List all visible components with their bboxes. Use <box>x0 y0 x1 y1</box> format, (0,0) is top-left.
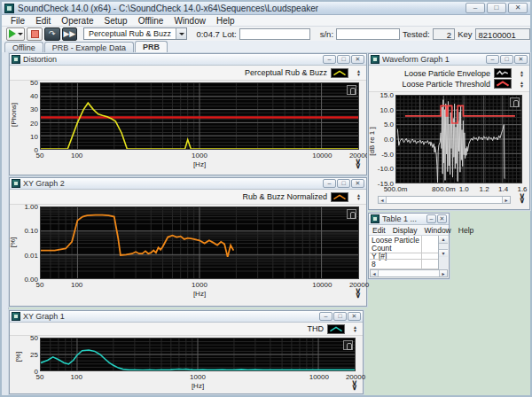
scrollbar-thumb[interactable] <box>379 270 439 276</box>
close-button[interactable]: ✕ <box>437 214 447 223</box>
waveform-plot[interactable] <box>395 95 522 183</box>
loop-button[interactable]: ↷ <box>44 27 60 41</box>
scroll-left-icon[interactable]: ◂ <box>379 197 387 203</box>
table-menu-window[interactable]: Window <box>421 226 455 235</box>
close-button[interactable]: ✕ <box>514 55 528 64</box>
y-tick-label: -10.0 <box>372 165 394 173</box>
maximize-button[interactable]: □ <box>487 3 506 13</box>
waveform-legend[interactable]: Loose Particle Envelope▲▼Loose Particle … <box>369 66 529 92</box>
title-bar[interactable]: SoundCheck 14.0 (x64) - C:\SoundCheck 14… <box>2 2 530 15</box>
maximize-button[interactable]: □ <box>333 312 347 321</box>
xy1-legend[interactable]: THD▲▼ <box>10 323 363 336</box>
scroll-right-icon[interactable]: ▸ <box>502 197 510 203</box>
y-tick-label: 0.00 <box>15 276 38 284</box>
minimize-button[interactable]: – <box>323 55 336 64</box>
graph-tool-icon[interactable] <box>343 340 353 350</box>
scroll-up-icon[interactable]: ▴ <box>439 236 448 244</box>
waveform-x-scrollbar[interactable]: ◂ ▸ <box>378 196 511 204</box>
close-button[interactable]: ✕ <box>508 3 528 13</box>
scrollbar-thumb[interactable] <box>387 197 502 203</box>
close-button[interactable]: ✕ <box>351 55 364 64</box>
play-icon <box>9 29 16 38</box>
distortion-legend[interactable]: Perceptual Rub & Buzz▲▼ <box>10 66 366 81</box>
minimize-button[interactable]: – <box>323 179 336 188</box>
menu-window[interactable]: Window <box>168 16 211 26</box>
minimize-button[interactable]: – <box>426 214 436 223</box>
y-axis-ticks: 1.000.100.010.00 <box>15 206 38 279</box>
distortion-title-bar[interactable]: Distortion –□✕ <box>10 54 366 66</box>
legend-spinner[interactable]: ▲▼ <box>355 69 363 76</box>
client-area: Distortion –□✕ Perceptual Rub & Buzz▲▼ [… <box>2 52 530 395</box>
menu-file[interactable]: File <box>5 16 30 26</box>
legend-swatch-icon <box>494 79 512 89</box>
panel-waveform-graph-1: Waveform Graph 1 –□✕ Loose Particle Enve… <box>368 53 530 210</box>
table-value-cell[interactable]: 8 <box>370 260 438 269</box>
legend-spinner[interactable]: ▲▼ <box>518 70 526 77</box>
minimize-button[interactable]: – <box>319 312 332 321</box>
legend-item[interactable]: Loose Particle Threshold▲▼ <box>403 79 526 89</box>
distortion-plot[interactable] <box>40 82 359 150</box>
maximize-button[interactable]: □ <box>337 179 350 188</box>
table-v-scrollbar[interactable]: ▴ ▾ <box>438 236 448 269</box>
tab-offline[interactable]: Offline <box>4 42 43 52</box>
menu-operate[interactable]: Operate <box>56 16 98 26</box>
x-tick-label: 100 <box>71 152 82 160</box>
step-button[interactable]: ▶▶ <box>62 27 78 41</box>
tab-prb-example-data[interactable]: PRB - Example Data <box>44 42 134 52</box>
legend-spinner[interactable]: ▲▼ <box>351 325 359 332</box>
legend-item[interactable]: Loose Particle Envelope▲▼ <box>404 68 526 78</box>
expand-chevron-icon[interactable]: ∨∨ <box>355 160 361 167</box>
legend-item[interactable]: Rub & Buzz Normalized▲▼ <box>242 192 363 202</box>
table-menu-help[interactable]: Help <box>455 226 477 235</box>
table-menu-display[interactable]: Display <box>389 226 421 235</box>
scroll-down-icon[interactable]: ▾ <box>439 249 448 257</box>
scroll-left-icon[interactable]: ◂ <box>371 270 379 276</box>
sequence-combobox[interactable]: Perceptual Rub & Buzz <box>83 27 187 40</box>
y-tick-label: 0.0 <box>372 136 394 144</box>
minimize-button[interactable]: – <box>466 3 485 13</box>
waveform-title-bar[interactable]: Waveform Graph 1 –□✕ <box>369 54 529 66</box>
combobox-dropdown-icon[interactable] <box>176 28 186 39</box>
sn-input[interactable] <box>336 28 400 40</box>
legend-item[interactable]: Perceptual Rub & Buzz▲▼ <box>245 68 363 78</box>
minimize-button[interactable]: – <box>486 55 499 64</box>
expand-chevron-icon[interactable]: ∨∨ <box>355 289 361 297</box>
legend-spinner[interactable]: ▲▼ <box>518 81 526 88</box>
run-button[interactable] <box>6 27 25 41</box>
close-button[interactable]: ✕ <box>351 179 364 188</box>
menu-setup[interactable]: Setup <box>99 16 133 26</box>
expand-chevron-icon[interactable]: ∨∨ <box>519 194 525 202</box>
legend-item[interactable]: THD▲▼ <box>308 324 360 334</box>
stop-button[interactable] <box>27 27 43 41</box>
scroll-right-icon[interactable]: ▸ <box>439 270 447 276</box>
maximize-button[interactable]: □ <box>500 55 513 64</box>
xy2-title-bar[interactable]: XY Graph 2 –□✕ <box>10 178 366 190</box>
y-tick-label: 15.0 <box>372 91 394 99</box>
graph-tool-icon[interactable] <box>347 85 356 95</box>
graph-tool-icon[interactable] <box>347 209 356 219</box>
menu-edit[interactable]: Edit <box>30 16 56 26</box>
main-window: SoundCheck 14.0 (x64) - C:\SoundCheck 14… <box>0 0 532 397</box>
lot-input[interactable] <box>239 28 310 40</box>
table-row[interactable] <box>370 253 438 260</box>
table-title-bar[interactable]: Table 1 ... –✕ <box>369 214 449 225</box>
close-button[interactable]: ✕ <box>348 312 361 321</box>
xy2-plot[interactable] <box>40 206 359 279</box>
maximize-button[interactable]: □ <box>337 55 350 64</box>
xy1-title-bar[interactable]: XY Graph 1 –□✕ <box>10 311 363 323</box>
menu-offline[interactable]: Offline <box>133 16 169 26</box>
menu-help[interactable]: Help <box>211 16 240 26</box>
panel-title: Waveform Graph 1 <box>382 55 450 64</box>
graph-tool-icon[interactable] <box>510 97 520 107</box>
expand-chevron-icon[interactable]: ∨∨ <box>351 381 357 389</box>
vi-icon <box>371 214 379 223</box>
legend-spinner[interactable]: ▲▼ <box>355 193 363 200</box>
table-grid[interactable]: Loose Particle Count Y [#] 8 <box>370 236 438 269</box>
xy1-plot[interactable] <box>40 338 356 371</box>
xy2-legend[interactable]: Rub & Buzz Normalized▲▼ <box>10 190 366 205</box>
tab-prb[interactable]: PRB <box>135 41 168 52</box>
table-h-scrollbar[interactable]: ◂ ▸ <box>370 269 448 277</box>
table-menu-edit[interactable]: Edit <box>369 226 389 235</box>
tested-label: Tested: <box>403 29 430 39</box>
x-tick-label: 50 <box>36 281 44 289</box>
